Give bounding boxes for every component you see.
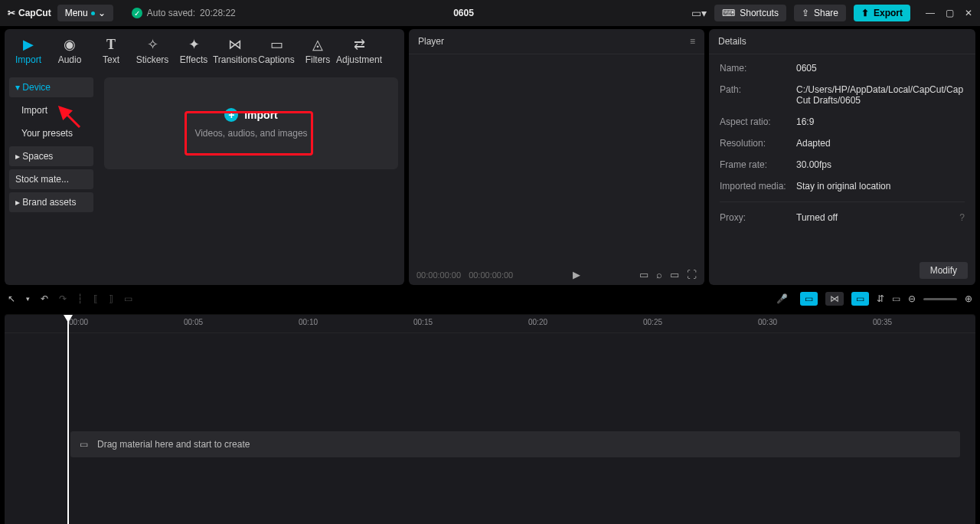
project-title: 0605 <box>242 8 685 18</box>
export-button[interactable]: ⬆ Export <box>854 5 910 21</box>
play-icon[interactable]: ▶ <box>573 269 580 280</box>
app-logo: ✂ CapCut <box>8 8 51 18</box>
trim-left-icon[interactable]: ⟦ <box>93 293 98 304</box>
cursor-dropdown-icon[interactable]: ▾ <box>26 295 30 303</box>
delete-icon[interactable]: ▭ <box>124 293 132 304</box>
keyboard-icon: ⌨ <box>722 8 735 18</box>
transitions-icon: ⋈ <box>228 37 242 52</box>
sidebar-item-import[interactable]: Import <box>9 100 93 120</box>
align-icon[interactable]: ⇵ <box>877 293 884 304</box>
menu-button[interactable]: Menu ⌄ <box>57 5 113 21</box>
trim-right-icon[interactable]: ⟧ <box>109 293 113 304</box>
player-controls: 00:00:00:00 00:00:00:00 ▶ ▭ ⌕ ▭ ⛶ <box>409 264 704 285</box>
import-card-title: Import <box>244 109 278 121</box>
check-circle-icon: ✓ <box>132 8 142 18</box>
tab-transitions-label: Transitions <box>213 54 257 65</box>
tab-filters-label: Filters <box>305 54 331 65</box>
adjust-icon: ⇄ <box>354 37 365 52</box>
playhead[interactable] <box>67 315 69 524</box>
tab-effects[interactable]: ✦Effects <box>173 34 214 73</box>
sidebar-item-spaces[interactable]: ▸ Spaces <box>9 146 93 166</box>
maximize-icon[interactable]: ▢ <box>946 8 954 18</box>
player-time-current: 00:00:00:00 <box>416 270 461 280</box>
tab-text[interactable]: TText <box>90 34 132 73</box>
shortcuts-button[interactable]: ⌨ Shortcuts <box>714 5 786 21</box>
autosave-status: ✓ Auto saved: 20:28:22 <box>132 8 236 18</box>
detail-label-name: Name: <box>720 63 796 74</box>
split-icon[interactable]: ┆ <box>77 293 83 304</box>
detail-label-imported: Imported media: <box>720 181 796 192</box>
sidebar-item-brand[interactable]: ▸ Brand assets <box>9 192 93 212</box>
export-icon: ⬆ <box>861 8 869 18</box>
clip-icon: ▭ <box>80 439 88 450</box>
captions-icon: ▭ <box>270 37 283 52</box>
share-icon: ⇪ <box>802 8 809 18</box>
import-card[interactable]: + Import Videos, audios, and images <box>104 77 398 169</box>
tab-adjustment-label: Adjustment <box>336 54 382 65</box>
player-menu-icon[interactable]: ≡ <box>690 36 695 47</box>
minimize-icon[interactable]: — <box>926 8 935 18</box>
sidebar-spaces-label: Spaces <box>22 151 53 162</box>
ruler-mark: 00:30 <box>758 318 777 326</box>
tab-stickers-label: Stickers <box>136 54 169 65</box>
details-panel: Details Name:0605 Path:C:/Users/HP/AppDa… <box>709 29 975 285</box>
ruler-mark: 00:15 <box>413 318 433 326</box>
ruler-mark: 00:10 <box>299 318 318 326</box>
detail-value-proxy: Turned off <box>796 212 838 223</box>
layout-icon[interactable]: ▭▾ <box>691 7 707 19</box>
detail-value-aspect: 16:9 <box>796 116 814 127</box>
ruler-mark: 00:00 <box>69 318 88 326</box>
timeline-drop-zone[interactable]: ▭ Drag material here and start to create <box>70 431 960 457</box>
timeline-tracks: ▭ Drag material here and start to create <box>5 333 975 524</box>
tab-stickers[interactable]: ✧Stickers <box>132 34 173 73</box>
sidebar-device-label: Device <box>22 82 51 93</box>
ruler-mark: 00:35 <box>873 318 892 326</box>
tab-adjustment[interactable]: ⇄Adjustment <box>338 34 380 73</box>
player-title: Player <box>418 36 444 47</box>
shortcuts-label: Shortcuts <box>740 8 779 18</box>
timeline-toolbar: ↖ ▾ ↶ ↷ ┆ ⟦ ⟧ ▭ 🎤 ▭ ⋈ ▭ ⇵ ▭ ⊖ ⊕ <box>0 285 980 313</box>
scale-icon[interactable]: ⌕ <box>656 269 662 280</box>
undo-icon[interactable]: ↶ <box>41 293 48 304</box>
help-icon[interactable]: ? <box>959 212 965 223</box>
detail-value-imported: Stay in original location <box>796 181 890 192</box>
aspect-ratio-icon[interactable]: ▭ <box>639 269 648 280</box>
redo-icon[interactable]: ↷ <box>59 293 67 304</box>
tab-captions[interactable]: ▭Captions <box>256 34 297 73</box>
sidebar-item-stock[interactable]: Stock mate... <box>9 169 93 189</box>
zoom-slider[interactable] <box>923 298 957 300</box>
sidebar-item-device[interactable]: ▾ Device <box>9 77 93 97</box>
fullscreen-icon[interactable]: ⛶ <box>687 269 697 280</box>
tab-audio-label: Audio <box>58 54 82 65</box>
zoom-out-icon[interactable]: ⊖ <box>908 293 916 304</box>
menu-label: Menu <box>65 8 88 18</box>
effects-icon: ✦ <box>188 37 200 52</box>
cursor-icon[interactable]: ↖ <box>8 293 15 304</box>
link-icon[interactable]: ⋈ <box>825 292 844 306</box>
snap-preview-icon[interactable]: ▭ <box>851 292 869 306</box>
media-sidebar: ▾ Device Import Your presets ▸ Spaces St… <box>5 73 98 285</box>
timeline-drop-hint: Drag material here and start to create <box>97 439 250 450</box>
tab-import[interactable]: ▶Import <box>8 34 49 73</box>
tab-transitions[interactable]: ⋈Transitions <box>214 34 256 73</box>
details-title: Details <box>718 36 746 47</box>
zoom-in-icon[interactable]: ⊕ <box>965 293 972 304</box>
tab-audio[interactable]: ◉Audio <box>49 34 90 73</box>
ratio-box-icon[interactable]: ▭ <box>670 269 679 280</box>
ruler-mark: 00:25 <box>643 318 662 326</box>
close-icon[interactable]: ✕ <box>965 8 972 18</box>
sidebar-item-presets[interactable]: Your presets <box>9 123 93 143</box>
tab-filters[interactable]: ◬Filters <box>297 34 338 73</box>
timeline-settings-icon[interactable]: ▭ <box>892 293 900 304</box>
share-button[interactable]: ⇪ Share <box>794 5 846 21</box>
mic-icon[interactable]: 🎤 <box>776 293 788 304</box>
detail-value-resolution: Adapted <box>796 138 831 149</box>
player-panel: Player ≡ 00:00:00:00 00:00:00:00 ▶ ▭ ⌕ ▭… <box>409 29 704 285</box>
plus-circle-icon: + <box>224 108 238 122</box>
modify-button[interactable]: Modify <box>920 262 968 279</box>
ruler-mark: 00:20 <box>528 318 547 326</box>
tab-import-label: Import <box>15 54 41 65</box>
snap-main-icon[interactable]: ▭ <box>800 292 818 306</box>
chevron-down-icon: ⌄ <box>98 8 106 18</box>
timeline-ruler[interactable]: 00:0000:0500:1000:1500:2000:2500:3000:35 <box>5 315 975 333</box>
